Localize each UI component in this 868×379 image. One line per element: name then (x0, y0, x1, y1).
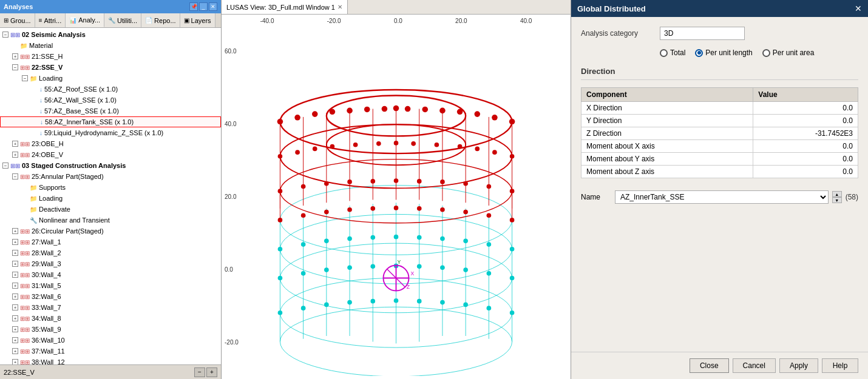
tree-item[interactable]: +⊞⊞23:OBE_H (0, 138, 221, 149)
tree-expand-icon[interactable]: + (12, 348, 18, 354)
analysis-category-row: Analysis category (581, 27, 858, 40)
analysis-category-input[interactable] (660, 27, 745, 40)
tab-utilities[interactable]: 🔧 Utiliti... (104, 13, 141, 27)
svg-point-99 (417, 264, 422, 269)
tree-item-label: 27:Wall_1 (32, 238, 61, 246)
tree-expand-icon[interactable]: + (12, 293, 18, 300)
tree-expand-icon[interactable]: + (12, 326, 18, 332)
tree-collapse-icon[interactable]: − (12, 173, 18, 179)
tree-item[interactable]: −📁Loading (0, 73, 221, 84)
tree-item[interactable]: +⊞⊞37:Wall_11 (0, 346, 221, 357)
tab-group[interactable]: ⊞ Grou... (0, 13, 35, 27)
value-cell[interactable]: -31.7452E3 (753, 127, 858, 140)
svg-point-69 (487, 184, 492, 189)
footer-plus-btn[interactable]: + (206, 367, 217, 377)
value-cell[interactable]: 0.0 (753, 102, 858, 115)
tree-item[interactable]: ↓59:Liquid_Hydrodynamic_Z_SSE (x 1.0) (0, 127, 221, 138)
radio-per-unit-area-btn[interactable] (762, 49, 770, 57)
tab-analyses[interactable]: 📊 Analy... (66, 13, 104, 27)
panel-pin-btn[interactable]: 📌 (189, 2, 198, 11)
value-cell[interactable]: 0.0 (753, 140, 858, 153)
tree-item[interactable]: −⊞⊞02 Seismic Analysis (0, 29, 221, 40)
tree-item[interactable]: 📁Deactivate (0, 204, 221, 215)
radio-per-unit-length[interactable]: Per unit length (695, 49, 752, 57)
tree-item[interactable]: +⊞⊞27:Wall_1 (0, 236, 221, 247)
tree-expand-icon[interactable]: + (12, 359, 18, 364)
tree-item[interactable]: +⊞⊞35:Wall_9 (0, 324, 221, 335)
tree-item[interactable]: +⊞⊞29:Wall_3 (0, 258, 221, 269)
tree-collapse-icon[interactable]: − (2, 163, 8, 169)
tree-item[interactable]: −⊞⊞03 Staged Construction Analysis (0, 160, 221, 171)
cancel-button[interactable]: Cancel (733, 358, 776, 373)
apply-button[interactable]: Apply (779, 358, 818, 373)
tree-item[interactable]: +⊞⊞33:Wall_7 (0, 302, 221, 313)
name-select[interactable]: AZ_InnerTank_SSE (615, 190, 829, 204)
radio-per-unit-area[interactable]: Per unit area (762, 49, 815, 57)
viewport-tab-close-btn[interactable]: ✕ (337, 4, 342, 10)
tree-item[interactable]: ↓58:AZ_InnerTank_SSE (x 1.0) (0, 116, 221, 127)
svg-point-111 (440, 300, 445, 305)
radio-total-btn[interactable] (660, 49, 668, 57)
help-button[interactable]: Help (822, 358, 858, 373)
value-cell[interactable]: 0.0 (753, 153, 858, 166)
tree-expand-icon[interactable]: + (12, 239, 18, 245)
tree-expand-icon[interactable]: + (12, 250, 18, 256)
spinner-down-btn[interactable]: ▼ (832, 197, 842, 203)
name-spinner: ▲ ▼ (832, 191, 842, 203)
radio-per-unit-length-btn[interactable] (695, 49, 703, 57)
dialog-title-bar: Global Distributed ✕ (571, 0, 868, 17)
tree-expand-icon[interactable]: + (12, 304, 18, 310)
tree-item[interactable]: ↓56:AZ_Wall_SSE (x 1.0) (0, 95, 221, 106)
3d-viewport[interactable]: -40.0 -20.0 0.0 20.0 40.0 60.0 40.0 20.0… (222, 15, 571, 379)
tree-expand-icon[interactable]: + (12, 283, 18, 289)
tree-item[interactable]: +⊞⊞30:Wall_4 (0, 269, 221, 280)
tree-item[interactable]: +⊞⊞26:Circular Part(Staged) (0, 226, 221, 236)
tree-item[interactable]: +⊞⊞21:SSE_H (0, 51, 221, 62)
value-cell[interactable]: 0.0 (753, 115, 858, 127)
spinner-up-btn[interactable]: ▲ (832, 191, 842, 197)
tree-item[interactable]: 📁Material (0, 40, 221, 51)
panel-close-btn[interactable]: ✕ (209, 2, 217, 11)
tree-expand-icon[interactable]: + (12, 152, 18, 158)
svg-point-59 (510, 154, 515, 159)
tree-item[interactable]: +⊞⊞36:Wall_10 (0, 335, 221, 346)
viewport-tab[interactable]: LUSAS View: 3D_Full.mdl Window 1 ✕ (222, 0, 348, 14)
tree-item-label: Material (29, 42, 53, 49)
tab-attri[interactable]: ≡ Attri... (35, 13, 66, 27)
tree-collapse-icon[interactable]: − (2, 32, 8, 38)
tree-expand-icon[interactable]: + (12, 228, 18, 234)
tree-item[interactable]: −⊞⊞22:SSE_V (0, 62, 221, 73)
tree-item[interactable]: 📁Supports (0, 182, 221, 193)
tree-item[interactable]: +⊞⊞34:Wall_8 (0, 313, 221, 324)
tree-item[interactable]: −⊞⊞25:Annular Part(Staged) (0, 171, 221, 182)
close-button[interactable]: Close (690, 358, 729, 373)
name-label: Name (581, 193, 611, 201)
tree-collapse-icon[interactable]: − (12, 64, 18, 70)
tree-collapse-icon[interactable]: − (22, 75, 28, 81)
tree-expand-icon[interactable]: + (12, 272, 18, 278)
tree-item[interactable]: 📁Loading (0, 193, 221, 204)
tab-layers[interactable]: ▣ Layers (180, 13, 215, 27)
tree-item[interactable]: +⊞⊞31:Wall_5 (0, 280, 221, 291)
tree-item[interactable]: 🔧Nonlinear and Transient (0, 215, 221, 226)
tree-expand-icon[interactable]: + (12, 261, 18, 267)
component-cell: Moment about Y axis (581, 153, 753, 166)
svg-text:Y: Y (397, 259, 401, 265)
tree-item[interactable]: +⊞⊞28:Wall_2 (0, 247, 221, 258)
panel-minimize-btn[interactable]: _ (199, 2, 208, 11)
tree-expand-icon[interactable]: + (12, 141, 18, 147)
footer-minus-btn[interactable]: − (194, 367, 205, 377)
dialog-close-button[interactable]: ✕ (855, 4, 862, 13)
tree-item[interactable]: ↓55:AZ_Roof_SSE (x 1.0) (0, 84, 221, 95)
tree-expand-icon[interactable]: + (12, 337, 18, 343)
tree-item[interactable]: +⊞⊞24:OBE_V (0, 149, 221, 160)
tree-expand-icon[interactable]: + (12, 53, 18, 59)
tree-item[interactable]: +⊞⊞32:Wall_6 (0, 291, 221, 302)
value-cell[interactable]: 0.0 (753, 166, 858, 178)
svg-text:Z: Z (407, 284, 410, 290)
tab-repo[interactable]: 📄 Repo... (141, 13, 180, 27)
tree-item[interactable]: ↓57:AZ_Base_SSE (x 1.0) (0, 106, 221, 116)
tree-expand-icon[interactable]: + (12, 315, 18, 321)
tree-item[interactable]: +⊞⊞38:Wall_12 (0, 357, 221, 364)
radio-total[interactable]: Total (660, 49, 685, 57)
